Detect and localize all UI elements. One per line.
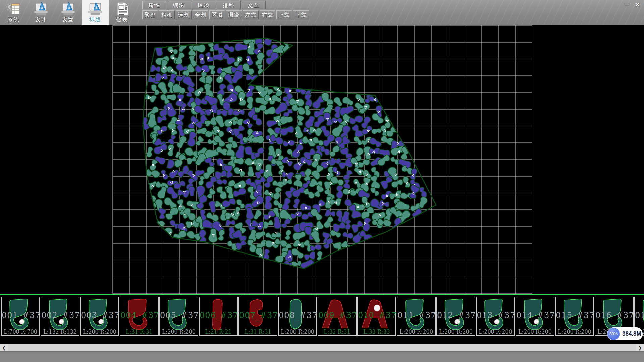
app-tab-nesting[interactable]: 排版	[82, 0, 109, 25]
nested-piece	[264, 195, 272, 210]
piece-thumbnail[interactable]: 014_#37L:200 R:200	[516, 297, 554, 336]
ribbon-bar: 系统设计设置排版报表 属性编辑区域排料交互 聚排相机选割全割区域瑕疵左靠右靠上靠…	[0, 0, 644, 25]
ruler-laptop-icon	[33, 1, 49, 16]
nested-piece	[185, 85, 195, 98]
nested-piece	[293, 198, 300, 209]
nested-piece	[232, 187, 247, 198]
app-tab-label: 排版	[89, 16, 101, 23]
tool-button-cluster-nest[interactable]: 聚排	[142, 10, 158, 19]
piece-name-label: 016_#37	[595, 311, 633, 320]
piece-thumbnail[interactable]: 012_#37L:200 R:200	[436, 297, 475, 336]
piece-lr-label: L:200 R:200	[437, 328, 475, 335]
tool-button-defect[interactable]: 瑕疵	[226, 10, 242, 19]
piece-lr-label: L:200 R:200	[477, 328, 514, 335]
nested-piece	[343, 179, 351, 189]
piece-name-label: 012_#37	[437, 311, 475, 320]
piece-lr-label: L:200 R:200	[397, 328, 435, 335]
piece-thumbnail[interactable]: 004_#37L:31 R:31	[120, 297, 159, 336]
nested-piece	[280, 115, 293, 125]
percent-circle: 38%	[607, 328, 620, 340]
app-tab-settings[interactable]: 设置	[54, 0, 82, 25]
percent-label: 38%	[609, 331, 618, 336]
bottom-gap	[0, 337, 644, 344]
piece-hole	[59, 319, 64, 324]
close-button[interactable]: ✕	[632, 1, 643, 9]
tool-button-select-cut[interactable]: 选割	[176, 10, 192, 19]
tool-button-snap-left[interactable]: 左靠	[243, 10, 259, 19]
piece-thumbnail[interactable]: 003_#37L:200 R:200	[80, 297, 119, 336]
menu-tab-nest[interactable]: 排料	[217, 1, 241, 9]
piece-thumbnail-strip: 001_#37L:700 R:700002_#37L:132 R:132003_…	[0, 294, 644, 337]
piece-thumbnail[interactable]: 013_#37L:200 R:200	[476, 297, 515, 336]
piece-thumbnail[interactable]: 005_#37L:200 R:200	[159, 297, 198, 336]
piece-lr-label: L:200 R:200	[556, 328, 593, 335]
nesting-canvas[interactable]	[0, 25, 644, 294]
document-icon	[115, 1, 130, 16]
app-tab-label: 设计	[35, 16, 47, 23]
piece-name-label: 009_#37	[318, 311, 356, 320]
piece-lr-label: L:200 R:200	[81, 328, 118, 335]
nested-piece	[167, 134, 177, 145]
piece-lr-label: L:33 R:33	[358, 328, 395, 335]
nested-piece	[281, 197, 291, 212]
piece-thumbnail[interactable]: 002_#37L:132 R:132	[41, 297, 79, 336]
piece-thumbnail[interactable]: 015_#37L:200 R:200	[555, 297, 594, 336]
piece-hole	[19, 319, 24, 324]
piece-thumbnail[interactable]: 008_#37L:200 R:200	[278, 297, 317, 336]
piece-name-label: 005_#37	[160, 311, 198, 320]
piece-lr-label: L:200 R:200	[160, 328, 198, 335]
nested-piece	[309, 207, 324, 222]
piece-name-label: 011_#37	[397, 311, 435, 320]
piece-name-label: 006_#37	[200, 311, 237, 320]
tool-button-region[interactable]: 区域	[209, 10, 225, 19]
nested-piece	[252, 113, 262, 126]
nested-piece	[164, 206, 180, 220]
nested-piece	[212, 134, 226, 148]
piece-lr-label: L:132 R:132	[41, 328, 79, 335]
menu-tab-region[interactable]: 区域	[192, 1, 216, 9]
piece-thumbnail[interactable]: 009_#37L:32 R:31	[318, 297, 357, 336]
app-tab-design[interactable]: 设计	[27, 0, 54, 25]
app-tab-label: 报表	[116, 16, 128, 23]
piece-thumbnail[interactable]: 011_#37L:200 R:200	[397, 297, 436, 336]
piece-name-label: 017_#37	[635, 311, 644, 320]
menu-tab-interact[interactable]: 交互	[241, 1, 266, 9]
nested-piece	[282, 178, 292, 185]
tool-button-camera[interactable]: 相机	[159, 10, 175, 19]
app-tab-report[interactable]: 报表	[109, 0, 136, 25]
scroll-right-arrow[interactable]: ❯	[636, 344, 644, 352]
nested-piece	[296, 115, 304, 126]
nested-pieces	[138, 31, 429, 270]
scroll-left-arrow[interactable]: ❮	[0, 344, 8, 352]
nested-piece	[419, 187, 427, 198]
nested-piece	[371, 127, 382, 134]
tool-button-snap-bottom[interactable]: 下靠	[293, 10, 309, 19]
piece-thumbnail[interactable]: 006_#37L:21 R:21	[199, 297, 238, 336]
nested-piece	[283, 229, 294, 241]
tool-button-cut-all[interactable]: 全割	[193, 10, 208, 19]
menu-tab-properties[interactable]: 属性	[142, 1, 166, 9]
nested-piece	[290, 210, 302, 219]
piece-hole	[494, 319, 499, 324]
piece-name-label: 003_#37	[81, 311, 118, 320]
piece-name-label: 010_#37	[358, 311, 395, 320]
piece-hole	[99, 319, 103, 324]
app-tab-system[interactable]: 系统	[0, 0, 27, 25]
tool-button-snap-right[interactable]: 右靠	[260, 10, 275, 19]
piece-thumbnail[interactable]: 001_#37L:700 R:700	[1, 297, 40, 336]
piece-name-label: 014_#37	[516, 311, 554, 320]
piece-thumbnail[interactable]: 007_#37L:31 R:31	[238, 297, 277, 336]
nested-piece	[402, 176, 411, 188]
nesting-drawing	[0, 25, 644, 294]
minimize-button[interactable]: ─	[621, 1, 632, 9]
nested-piece	[368, 137, 382, 148]
app-tabs: 系统设计设置排版报表	[0, 0, 136, 25]
gear-table-icon	[6, 1, 21, 16]
piece-thumbnail[interactable]: 010_#37L:33 R:33	[357, 297, 396, 336]
nested-piece	[282, 138, 296, 149]
horizontal-scrollbar[interactable]: ❮ ❯	[0, 344, 644, 351]
nested-piece	[176, 135, 187, 149]
menu-tab-edit[interactable]: 编辑	[167, 1, 191, 9]
piece-lr-label: L:200 R:200	[279, 328, 316, 335]
tool-button-snap-top[interactable]: 上靠	[276, 10, 292, 19]
